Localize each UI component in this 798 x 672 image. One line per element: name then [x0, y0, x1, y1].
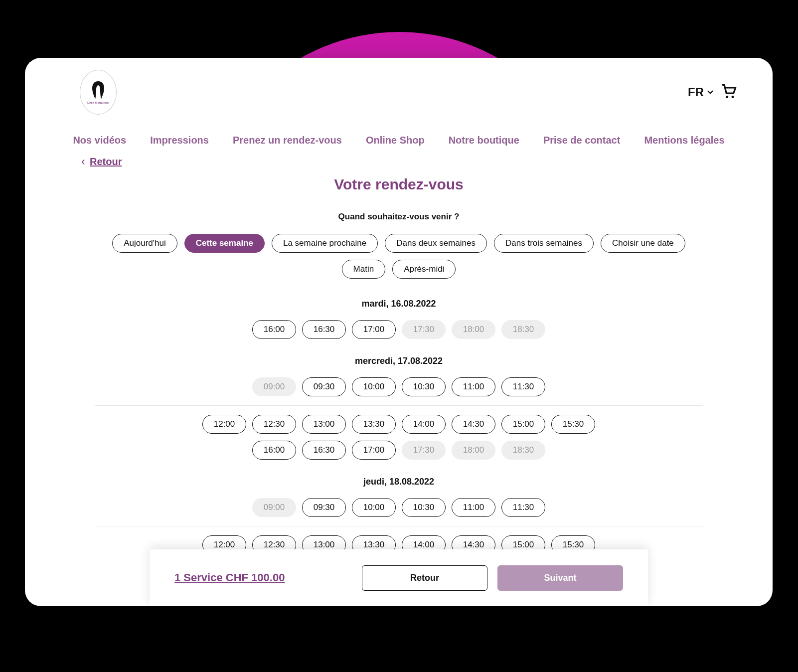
language-label: FR [688, 85, 704, 99]
time-slot[interactable]: 16:00 [252, 441, 296, 460]
nav-item[interactable]: Impressions [150, 135, 209, 146]
day-label: mardi, 16.08.2022 [95, 299, 703, 309]
time-slot[interactable]: 17:00 [352, 320, 396, 339]
time-slot: 18:00 [452, 320, 495, 339]
date-chip[interactable]: Dans deux semaines [385, 234, 487, 253]
footer-back-button[interactable]: Retour [362, 565, 487, 591]
nav-item[interactable]: Prise de contact [543, 135, 621, 146]
hair-icon [89, 80, 107, 100]
time-of-day-chips: MatinAprès-midi [25, 260, 773, 279]
cart-summary-link[interactable]: 1 Service CHF 100.00 [174, 571, 285, 584]
time-slot[interactable]: 12:00 [202, 415, 246, 434]
time-slot[interactable]: 11:30 [501, 377, 545, 396]
time-slot[interactable]: 09:30 [302, 377, 346, 396]
chevron-down-icon [706, 88, 715, 97]
nav-item[interactable]: Prenez un rendez-vous [233, 135, 342, 146]
site-header: Chez Marguerite FR [25, 58, 773, 115]
time-slot: 09:00 [252, 498, 296, 517]
back-label: Retour [90, 156, 122, 168]
slot-row: 16:0016:3017:0017:3018:0018:30 [95, 320, 703, 339]
time-slot[interactable]: 11:00 [452, 377, 495, 396]
time-slot[interactable]: 16:00 [252, 320, 296, 339]
footer-next-button[interactable]: Suivant [497, 565, 623, 591]
booking-footer: 1 Service CHF 100.00 Retour Suivant [150, 549, 648, 606]
time-slot[interactable]: 13:00 [302, 415, 346, 434]
day-block: mercredi, 17.08.202209:0009:3010:0010:30… [25, 356, 773, 460]
cart-button[interactable] [721, 83, 738, 102]
time-slot[interactable]: 11:00 [452, 498, 495, 517]
nav-item[interactable]: Nos vidéos [73, 135, 126, 146]
time-slot[interactable]: 10:00 [352, 498, 396, 517]
time-slot[interactable]: 10:30 [402, 498, 446, 517]
time-slot[interactable]: 10:00 [352, 377, 396, 396]
date-range-chips: Aujourd'huiCette semaineLa semaine proch… [25, 234, 773, 253]
time-slot[interactable]: 17:00 [352, 441, 396, 460]
nav-item[interactable]: Mentions légales [644, 135, 724, 146]
time-slot: 17:30 [402, 441, 446, 460]
time-slot: 18:00 [452, 441, 495, 460]
time-slot: 09:00 [252, 377, 296, 396]
day-label: jeudi, 18.08.2022 [95, 477, 703, 487]
nav-item[interactable]: Notre boutique [449, 135, 519, 146]
date-chip[interactable]: Dans trois semaines [494, 234, 594, 253]
time-slot[interactable]: 14:30 [452, 415, 495, 434]
chevron-left-icon [80, 159, 87, 166]
date-chip[interactable]: Cette semaine [184, 234, 265, 253]
back-link[interactable]: Retour [80, 156, 122, 168]
date-chip[interactable]: Choisir une date [601, 234, 685, 253]
cart-icon [721, 83, 738, 100]
time-slot: 18:30 [501, 320, 545, 339]
time-slot[interactable]: 12:30 [252, 415, 296, 434]
svg-point-1 [732, 96, 734, 98]
divider [95, 405, 703, 406]
time-slot[interactable]: 16:30 [302, 320, 346, 339]
date-chip[interactable]: La semaine prochaine [272, 234, 378, 253]
timeofday-chip[interactable]: Matin [342, 260, 386, 279]
time-slot[interactable]: 15:30 [551, 415, 595, 434]
timeofday-chip[interactable]: Après-midi [392, 260, 456, 279]
slot-row: 09:0009:3010:0010:3011:0011:30 [95, 498, 703, 517]
slot-row: 09:0009:3010:0010:3011:0011:30 [95, 377, 703, 396]
slot-row: 12:0012:3013:0013:3014:0014:3015:0015:30 [95, 415, 703, 434]
time-slot[interactable]: 10:30 [402, 377, 446, 396]
logo[interactable]: Chez Marguerite [80, 70, 117, 115]
time-slot[interactable]: 16:30 [302, 441, 346, 460]
time-slot[interactable]: 11:30 [501, 498, 545, 517]
slot-row: 16:0016:3017:0017:3018:0018:30 [95, 441, 703, 460]
time-slot[interactable]: 15:00 [501, 415, 545, 434]
time-slot[interactable]: 09:30 [302, 498, 346, 517]
main-nav: Nos vidéosImpressionsPrenez un rendez-vo… [25, 115, 773, 156]
time-slot: 18:30 [501, 441, 545, 460]
nav-item[interactable]: Online Shop [366, 135, 425, 146]
date-chip[interactable]: Aujourd'hui [112, 234, 177, 253]
time-slot: 17:30 [402, 320, 446, 339]
day-block: mardi, 16.08.202216:0016:3017:0017:3018:… [25, 299, 773, 339]
svg-point-0 [726, 96, 728, 98]
day-label: mercredi, 17.08.2022 [95, 356, 703, 366]
page-subtitle: Quand souhaitez-vous venir ? [25, 212, 773, 222]
time-slot[interactable]: 14:00 [402, 415, 446, 434]
time-slot[interactable]: 13:30 [352, 415, 396, 434]
booking-card: Chez Marguerite FR Nos vidéosImpressions… [25, 58, 773, 606]
logo-caption: Chez Marguerite [87, 101, 109, 104]
divider [95, 526, 703, 526]
language-selector[interactable]: FR [688, 85, 715, 99]
